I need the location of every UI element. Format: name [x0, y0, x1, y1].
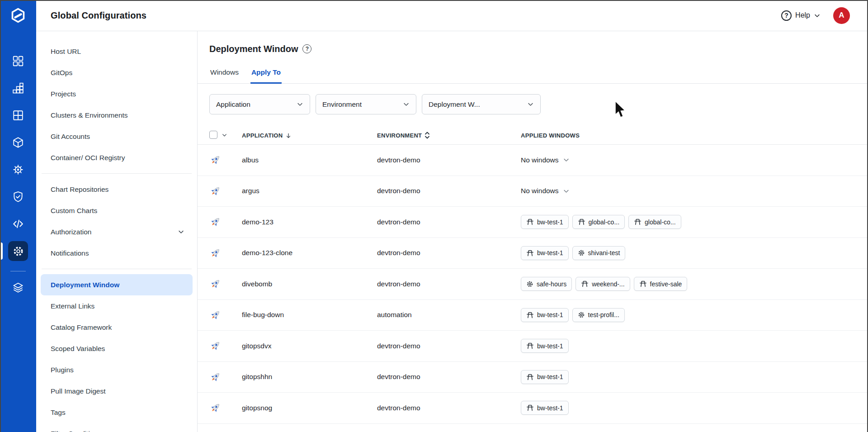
rail-item-applications[interactable]: [8, 51, 28, 71]
devtron-logo[interactable]: [0, 0, 36, 31]
application-name: demo-123: [242, 218, 274, 226]
table-row[interactable]: demo-123-clonedevtron-demobw-test-1shiva…: [198, 238, 868, 269]
table-row[interactable]: gitopsdvxdevtron-demobw-test-1: [198, 331, 868, 362]
table-row[interactable]: albusdevtron-demoNo windows: [198, 145, 868, 176]
sidebar-item-plugins[interactable]: Plugins: [41, 359, 193, 380]
sort-both-icon: [425, 132, 430, 139]
applied-window-badge[interactable]: bw-test-1: [521, 215, 569, 229]
applied-window-badge[interactable]: test-profil...: [572, 308, 625, 322]
row-icon-cell: [209, 278, 242, 290]
applications-table: albusdevtron-demoNo windowsargusdevtron-…: [198, 145, 868, 424]
sidebar-item-clusters-environments[interactable]: Clusters & Environments: [41, 104, 193, 126]
table-row[interactable]: argusdevtron-demoNo windows: [198, 176, 868, 207]
chevron-down-icon: [178, 228, 184, 235]
sidebar-item-pull-image-digest[interactable]: Pull Image Digest: [41, 380, 193, 402]
no-windows-dropdown[interactable]: No windows: [521, 156, 570, 164]
maintenance-window-icon: [526, 280, 533, 288]
filter-dropdown-environment[interactable]: Environment: [316, 94, 416, 114]
applied-window-badge[interactable]: bw-test-1: [521, 246, 569, 260]
blackout-window-icon: [526, 404, 534, 412]
select-all-checkbox[interactable]: [209, 131, 217, 139]
filter-label: Application: [216, 100, 250, 109]
applied-window-badge[interactable]: festive-sale: [634, 277, 688, 291]
rail-item-security[interactable]: [8, 187, 28, 207]
environment-cell: devtron-demo: [377, 249, 521, 257]
rocket-app-icon: [209, 216, 222, 228]
sidebar-item-chart-repositories[interactable]: Chart Repositories: [41, 179, 193, 200]
applied-window-badge[interactable]: bw-test-1: [521, 370, 569, 384]
applied-window-badge[interactable]: bw-test-1: [521, 339, 569, 353]
sidebar-item-host-url[interactable]: Host URL: [41, 41, 193, 62]
table-row[interactable]: file-bug-downautomationbw-test-1test-pro…: [198, 300, 868, 331]
rail-item-resource-browser[interactable]: [8, 278, 28, 298]
application-cell: demo-123: [242, 218, 377, 226]
column-header-environment[interactable]: ENVIRONMENT: [377, 132, 521, 139]
sidebar-item-scoped-variables[interactable]: Scoped Variables: [41, 338, 193, 359]
application-cell: file-bug-down: [242, 311, 377, 319]
applied-window-badge[interactable]: bw-test-1: [521, 401, 569, 415]
blackout-window-icon: [578, 218, 585, 226]
applied-window-badge[interactable]: safe-hours: [521, 277, 572, 291]
rail-item-deployments[interactable]: [8, 160, 28, 180]
sidebar-item-tags[interactable]: Tags: [41, 402, 193, 423]
window-name: global-co...: [589, 218, 619, 226]
applications-grid-icon: [12, 55, 24, 67]
column-header-application[interactable]: APPLICATION: [242, 132, 377, 139]
rail-item-chart-store[interactable]: [8, 133, 28, 152]
gear-icon: [12, 245, 24, 257]
blackout-window-icon: [526, 311, 534, 319]
rail-divider: [10, 271, 26, 271]
environment-cell: devtron-demo: [377, 280, 521, 288]
blackout-window-icon: [639, 280, 647, 288]
rail-item-jobs[interactable]: [8, 105, 28, 125]
application-cell: albus: [242, 156, 377, 164]
sidebar-item-git-accounts[interactable]: Git Accounts: [41, 126, 193, 147]
blackout-window-icon: [526, 342, 534, 350]
application-name: gitopsnog: [242, 404, 272, 412]
table-row[interactable]: demo-123devtron-demobw-test-1global-co..…: [198, 207, 868, 238]
table-row[interactable]: gitopshhndevtron-demobw-test-1: [198, 362, 868, 393]
tab-apply-to[interactable]: Apply To: [250, 68, 282, 84]
applied-window-badge[interactable]: global-co...: [572, 215, 625, 229]
filter-dropdown-application[interactable]: Application: [209, 94, 310, 114]
window-name: bw-test-1: [537, 342, 563, 350]
table-row[interactable]: divebombdevtron-demosafe-hoursweekend-..…: [198, 269, 868, 300]
environment-cell: automation: [377, 311, 521, 319]
applied-window-badge[interactable]: global-co...: [628, 215, 681, 229]
rail-item-application-groups[interactable]: [8, 78, 28, 98]
code-icon: [12, 218, 24, 230]
sidebar-item-external-links[interactable]: External Links: [41, 295, 193, 317]
application-cell: argus: [242, 187, 377, 195]
sidebar-item-projects[interactable]: Projects: [41, 83, 193, 104]
rail-item-code[interactable]: [8, 214, 28, 234]
applied-windows-cell: safe-hoursweekend-...festive-sale: [521, 277, 856, 291]
sidebar-item-notifications[interactable]: Notifications: [41, 242, 193, 264]
sidebar-item-label: Custom Charts: [51, 207, 97, 215]
filter-dropdown-deployment-w[interactable]: Deployment W...: [422, 94, 541, 114]
sidebar-item-custom-charts[interactable]: Custom Charts: [41, 200, 193, 221]
row-icon-cell: [209, 154, 242, 166]
sidebar-item-catalog-framework[interactable]: Catalog Framework: [41, 317, 193, 338]
chevron-down-icon: [403, 101, 410, 108]
table-row[interactable]: gitopsnogdevtron-demobw-test-1: [198, 393, 868, 424]
tab-windows[interactable]: Windows: [209, 68, 240, 83]
no-windows-dropdown[interactable]: No windows: [521, 187, 570, 195]
sidebar-item-label: Git Accounts: [51, 133, 90, 141]
applied-windows-cell: bw-test-1: [521, 370, 856, 384]
sidebar-item-gitops[interactable]: GitOps: [41, 62, 193, 83]
applied-window-badge[interactable]: shivani-test: [572, 246, 626, 260]
sidebar-item-container-oci-registry[interactable]: Container/ OCI Registry: [41, 147, 193, 168]
rail-item-global-configurations[interactable]: [8, 241, 28, 261]
sidebar-item-filter-condition[interactable]: Filter Condition: [41, 423, 193, 432]
user-avatar[interactable]: A: [833, 7, 850, 24]
help-circle-icon[interactable]: ?: [302, 44, 311, 53]
applied-window-badge[interactable]: bw-test-1: [521, 308, 569, 322]
application-cell: demo-123-clone: [242, 249, 377, 257]
rocket-app-icon: [209, 278, 222, 290]
help-menu[interactable]: ? Help: [781, 10, 821, 21]
applied-window-badge[interactable]: weekend-...: [576, 277, 630, 291]
chevron-down-icon[interactable]: [222, 132, 227, 138]
sidebar-item-authorization[interactable]: Authorization: [41, 221, 193, 242]
sidebar-item-deployment-window[interactable]: Deployment Window: [41, 274, 193, 295]
application-name: file-bug-down: [242, 311, 284, 318]
